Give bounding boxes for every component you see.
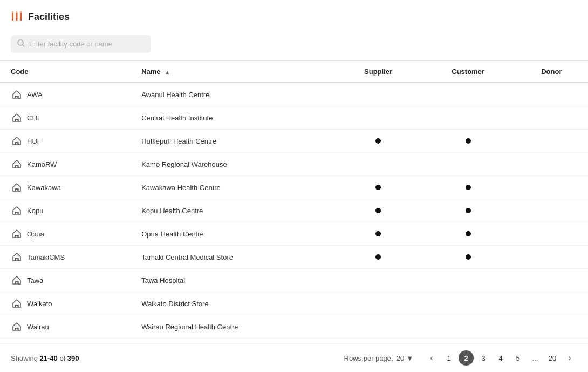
cell-name: Tamaki Central Medical Store xyxy=(131,246,335,269)
page-header: Facilities xyxy=(0,0,588,32)
cell-code: KamoRW xyxy=(0,153,131,176)
table-row[interactable]: Waikato Waikato District Store xyxy=(0,292,588,315)
cell-name: Kamo Regional Warehouse xyxy=(131,153,335,176)
search-input[interactable] xyxy=(29,40,145,48)
page-ellipsis: ... xyxy=(528,350,543,366)
rows-per-page-select[interactable]: 20 ▼ xyxy=(396,354,413,362)
cell-donor xyxy=(515,153,588,176)
cell-code: CHI xyxy=(0,106,131,130)
page-2-button[interactable]: 2 xyxy=(459,350,474,366)
cell-name: Wairau Regional Health Centre xyxy=(131,315,335,339)
cell-customer xyxy=(421,315,515,339)
col-header-name[interactable]: Name ▲ xyxy=(131,61,335,83)
cell-supplier xyxy=(336,153,421,176)
cell-supplier xyxy=(336,83,421,106)
table-header: Code Name ▲ Supplier Customer Donor xyxy=(0,61,588,83)
page-title: Facilities xyxy=(28,11,70,23)
next-page-button[interactable]: › xyxy=(562,350,577,366)
page-1-button[interactable]: 1 xyxy=(441,350,456,366)
cell-customer xyxy=(421,199,515,222)
table-row[interactable]: AWA Awanui Health Centre xyxy=(0,83,588,106)
svg-rect-5 xyxy=(20,11,22,13)
col-header-donor[interactable]: Donor xyxy=(515,61,588,83)
customer-dot xyxy=(466,185,471,190)
house-icon xyxy=(11,321,23,333)
house-icon xyxy=(11,251,23,263)
table-row[interactable]: HUF Hufflepuff Health Centre xyxy=(0,130,588,153)
col-header-supplier[interactable]: Supplier xyxy=(336,61,421,83)
svg-rect-3 xyxy=(12,11,13,13)
search-bar xyxy=(0,32,588,60)
cell-supplier xyxy=(336,246,421,269)
rows-per-page[interactable]: Rows per page: 20 ▼ xyxy=(344,354,413,362)
code-value: Tawa xyxy=(27,276,43,285)
customer-dot xyxy=(466,231,471,236)
code-value: TamakiCMS xyxy=(27,253,65,261)
page-5-button[interactable]: 5 xyxy=(510,350,525,366)
cell-name: Tawa Hospital xyxy=(131,269,335,292)
table-row[interactable]: Kopu Kopu Health Centre xyxy=(0,199,588,222)
table-row[interactable]: Wairau Wairau Regional Health Centre xyxy=(0,315,588,339)
supplier-dot xyxy=(375,254,381,260)
search-input-wrapper[interactable] xyxy=(11,35,151,53)
cell-customer xyxy=(421,222,515,246)
house-icon xyxy=(11,274,23,286)
table-row[interactable]: CHI Central Health Institute xyxy=(0,106,588,130)
cell-code: HUF xyxy=(0,130,131,153)
cell-code: Wairau xyxy=(0,315,131,339)
cell-donor xyxy=(515,130,588,153)
showing-text: Showing 21-40 of 390 xyxy=(11,354,79,362)
cell-customer xyxy=(421,130,515,153)
cell-supplier xyxy=(336,130,421,153)
facilities-table: Code Name ▲ Supplier Customer Donor xyxy=(0,61,588,339)
cell-donor xyxy=(515,246,588,269)
cell-supplier xyxy=(336,106,421,130)
chevron-down-icon: ▼ xyxy=(406,354,413,362)
cell-customer xyxy=(421,106,515,130)
house-icon xyxy=(11,205,23,217)
table-row[interactable]: Tawa Tawa Hospital xyxy=(0,269,588,292)
supplier-dot xyxy=(375,208,381,213)
cell-supplier xyxy=(336,269,421,292)
cell-customer xyxy=(421,153,515,176)
page-last-button[interactable]: 20 xyxy=(545,350,560,366)
svg-rect-4 xyxy=(16,11,18,13)
svg-rect-1 xyxy=(16,13,18,21)
cell-name: Hufflepuff Health Centre xyxy=(131,130,335,153)
house-icon xyxy=(11,228,23,240)
cell-donor xyxy=(515,292,588,315)
cell-donor xyxy=(515,176,588,199)
cell-code: Opua xyxy=(0,222,131,246)
cell-supplier xyxy=(336,315,421,339)
code-value: HUF xyxy=(27,137,42,145)
cell-name: Central Health Institute xyxy=(131,106,335,130)
house-icon xyxy=(11,297,23,309)
table-row[interactable]: Opua Opua Health Centre xyxy=(0,222,588,246)
code-value: Opua xyxy=(27,230,44,238)
pagination: ‹ 1 2 3 4 5 ... 20 › xyxy=(424,350,577,366)
cell-code: Kawakawa xyxy=(0,176,131,199)
cell-customer xyxy=(421,176,515,199)
table-row[interactable]: Kawakawa Kawakawa Health Centre xyxy=(0,176,588,199)
col-header-code[interactable]: Code xyxy=(0,61,131,83)
cell-code: TamakiCMS xyxy=(0,246,131,269)
supplier-dot xyxy=(375,185,381,190)
cell-donor xyxy=(515,315,588,339)
page-4-button[interactable]: 4 xyxy=(493,350,508,366)
table-row[interactable]: TamakiCMS Tamaki Central Medical Store xyxy=(0,246,588,269)
code-value: Kopu xyxy=(27,207,43,215)
svg-rect-16 xyxy=(16,282,18,284)
table-row[interactable]: KamoRW Kamo Regional Warehouse xyxy=(0,153,588,176)
cell-donor xyxy=(515,222,588,246)
cell-donor xyxy=(515,83,588,106)
page-3-button[interactable]: 3 xyxy=(476,350,491,366)
house-icon xyxy=(11,135,23,147)
table-body: AWA Awanui Health Centre CHI Central Hea… xyxy=(0,83,588,339)
customer-dot xyxy=(466,254,471,260)
supplier-dot xyxy=(375,231,381,236)
cell-donor xyxy=(515,269,588,292)
col-header-customer[interactable]: Customer xyxy=(421,61,515,83)
prev-page-button[interactable]: ‹ xyxy=(424,350,439,366)
svg-rect-0 xyxy=(12,13,13,21)
code-value: AWA xyxy=(27,91,43,99)
